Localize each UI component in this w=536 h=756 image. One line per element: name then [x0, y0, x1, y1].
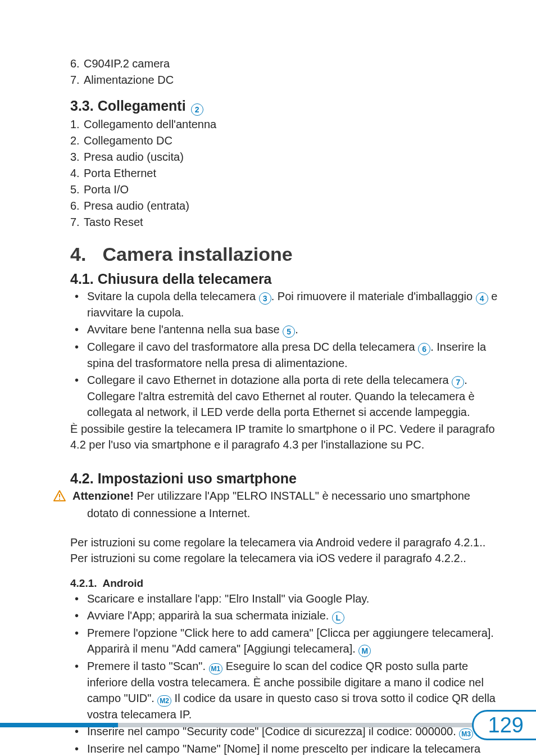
heading-4-1: 4.1. Chiusura della telecamera: [70, 271, 502, 287]
list-item: 2.Collegamento DC: [70, 133, 502, 148]
svg-rect-1: [59, 499, 60, 500]
list-item-text: Porta Ethernet: [84, 167, 156, 179]
paragraph: Per istruzioni su come regolare la telec…: [70, 535, 502, 566]
list-collegamenti: 1.Collegamento dell'antenna 2.Collegamen…: [70, 117, 502, 230]
heading-number: 4.1.: [70, 271, 94, 287]
list-item-text: C904IP.2 camera: [84, 57, 170, 70]
list-item: Svitare la cupola della telecamera 3. Po…: [70, 288, 502, 320]
list-item: Scaricare e installare l'app: "Elro Inst…: [70, 591, 502, 606]
list-item: 6.C904IP.2 camera: [70, 56, 502, 71]
heading-4-2-1: 4.2.1. Android: [70, 577, 502, 590]
list-item: 6.Presa audio (entrata): [70, 198, 502, 214]
list-item-text: Collegamento dell'antenna: [84, 118, 216, 130]
attention-text: Per utilizzare l'App "ELRO INSTALL" è ne…: [87, 490, 470, 519]
list-item: Avvitare bene l'antenna nella sua base 5…: [70, 322, 502, 338]
list-item-text: Porta I/O: [84, 183, 129, 196]
list-item: Inserire nel campo "Name" [Nome] il nome…: [70, 741, 502, 756]
heading-4: 4. Camera installazione: [70, 243, 502, 265]
list-description-continued: 6.C904IP.2 camera 7.Alimentazione DC: [70, 56, 502, 88]
list-item-text: Presa audio (uscita): [84, 151, 184, 163]
figure-ref-badge: 5: [283, 325, 295, 338]
list-item: 4.Porta Ethernet: [70, 166, 502, 181]
figure-ref-badge: 6: [418, 343, 430, 355]
heading-4-2: 4.2. Impostazioni uso smartphone: [70, 470, 502, 487]
heading-title: Camera installazione: [102, 243, 292, 265]
figure-ref-badge: M2: [157, 695, 171, 707]
list-item: Collegare il cavo del trasformatore alla…: [70, 339, 502, 371]
footer-bar: [0, 723, 536, 727]
attention-label: Attenzione!: [72, 490, 134, 502]
list-item-text: Collegamento DC: [84, 134, 172, 147]
figure-ref-badge: M1: [209, 663, 223, 674]
heading-number: 3.3.: [70, 98, 94, 114]
page-footer: 129: [0, 710, 536, 740]
heading-title: Collegamenti: [98, 98, 186, 114]
figure-ref-badge: L: [332, 612, 344, 624]
list-item: Premere l'opzione "Click here to add cam…: [70, 625, 502, 657]
list-item: Collegare il cavo Ethernet in dotazione …: [70, 372, 502, 420]
list-chiusura: Svitare la cupola della telecamera 3. Po…: [70, 288, 502, 420]
figure-ref-badge: 7: [452, 376, 464, 388]
list-item: 5.Porta I/O: [70, 182, 502, 197]
list-item: 7.Alimentazione DC: [70, 73, 502, 88]
figure-ref-badge: M: [358, 645, 371, 657]
list-item-text: Alimentazione DC: [84, 74, 174, 86]
list-item: 1.Collegamento dell'antenna: [70, 117, 502, 132]
heading-number: 4.2.: [70, 470, 94, 486]
footer-bar-accent: [0, 723, 118, 727]
attention-note: Attenzione! Per utilizzare l'App "ELRO I…: [70, 488, 502, 521]
heading-title: Android: [102, 577, 143, 589]
heading-3-3: 3.3. Collegamenti 2: [70, 98, 502, 116]
svg-rect-0: [59, 494, 60, 497]
heading-number: 4.2.1.: [70, 577, 97, 589]
list-item-text: Tasto Reset: [84, 216, 143, 228]
heading-number: 4.: [70, 243, 97, 265]
figure-ref-badge: 2: [191, 103, 203, 116]
list-item: Avviare l'App; apparirà la sua schermata…: [70, 608, 502, 624]
list-item: 3.Presa audio (uscita): [70, 150, 502, 165]
heading-title: Impostazioni uso smartphone: [98, 470, 297, 486]
figure-ref-badge: 4: [476, 292, 488, 305]
page-number-box: 129: [472, 710, 536, 740]
page-number: 129: [488, 713, 524, 737]
paragraph: È possibile gestire la telecamera IP tra…: [70, 421, 502, 452]
heading-title: Chiusura della telecamera: [98, 271, 272, 287]
list-item: 7.Tasto Reset: [70, 215, 502, 230]
list-item-text: Presa audio (entrata): [84, 200, 189, 212]
figure-ref-badge: 3: [259, 292, 271, 305]
